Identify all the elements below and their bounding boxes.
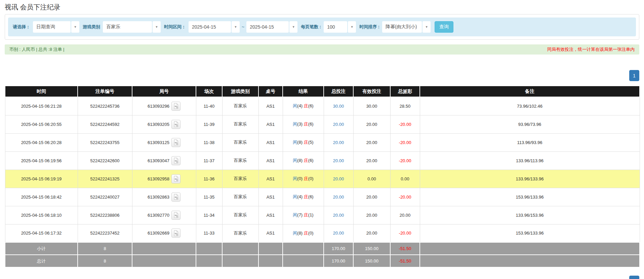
total-bet-link[interactable]: 20.00 — [333, 176, 344, 181]
video-replay-button[interactable] — [171, 193, 180, 202]
select-type-label: 请选择： — [13, 24, 30, 30]
result-player-points: (7) — [297, 212, 303, 217]
cell-time: 2025-04-15 06:19:56 — [5, 151, 78, 170]
col-header-valid-bet: 有效投注 — [353, 86, 390, 97]
cell-bet-id: 522422240027 — [78, 188, 132, 206]
query-type-select[interactable]: 日期查询 ▼ — [33, 21, 79, 33]
video-replay-button[interactable] — [171, 229, 180, 238]
cell-total-bet: 20.00 — [324, 224, 353, 242]
total-bet-link[interactable]: 20.00 — [333, 140, 344, 145]
cell-time: 2025-04-15 06:18:10 — [5, 206, 78, 224]
total-bet-sum: 170.00 — [324, 255, 353, 267]
video-replay-button[interactable] — [171, 102, 180, 111]
chevron-down-icon[interactable]: ▼ — [232, 21, 240, 33]
chevron-down-icon[interactable]: ▼ — [71, 21, 79, 33]
chevron-down-icon[interactable]: ▼ — [153, 21, 161, 33]
cell-table-no: AS1 — [258, 151, 283, 170]
result-banker-points: (1) — [308, 212, 314, 217]
total-bet-link[interactable]: 20.00 — [333, 213, 344, 218]
cell-total-bet: 30.00 — [324, 97, 353, 115]
summary-bar: 币别 : 人民币 | 总共 :8 注单 | 同局有效投注，统一计算在该局第一张注… — [5, 44, 639, 55]
video-file-icon — [173, 139, 179, 145]
cell-table-no: AS1 — [258, 224, 283, 242]
result-player-label: 闲 — [293, 103, 297, 108]
page-1-button[interactable]: 1 — [629, 70, 639, 81]
result-player-label: 闲 — [293, 140, 297, 145]
cell-table-no: AS1 — [258, 133, 283, 151]
page-size-value: 100 — [324, 21, 347, 33]
total-bet-link[interactable]: 20.00 — [333, 195, 344, 200]
time-sort-select[interactable]: 降幂(由大到小) ▼ — [382, 21, 431, 33]
video-replay-button[interactable] — [171, 211, 180, 220]
payout-sum: -51.50 — [390, 255, 420, 267]
date-from-select[interactable]: 2025-04-15 ▼ — [189, 21, 240, 33]
col-header-total-bet: 总投注 — [324, 86, 353, 97]
result-banker-label: 庄 — [304, 158, 308, 163]
cell-game-type: 百家乐 — [222, 115, 258, 133]
result-banker-label: 庄 — [304, 231, 308, 236]
cell-valid-bet: 30.00 — [353, 97, 390, 115]
result-banker-points: (0) — [308, 176, 314, 181]
cell-total-bet: 20.00 — [324, 115, 353, 133]
cell-game-type: 百家乐 — [222, 151, 258, 170]
search-button[interactable]: 查询 — [435, 21, 453, 33]
table-header-row: 时间 注单编号 局号 场次 游戏类别 桌号 结果 总投注 有效投注 总派彩 备注 — [5, 86, 640, 97]
total-bet-link[interactable]: 20.00 — [333, 231, 344, 236]
cell-result: 闲(8) 庄(0) — [283, 224, 324, 242]
table-total-row: 总计 8 170.00 150.00 -51.50 — [5, 255, 640, 267]
chevron-down-icon[interactable]: ▼ — [289, 21, 297, 33]
video-replay-button[interactable] — [171, 138, 180, 147]
cell-table-no: AS1 — [258, 115, 283, 133]
date-to-select[interactable]: 2025-04-15 ▼ — [246, 21, 297, 33]
total-label: 总计 — [5, 255, 78, 267]
cell-payout: 20.00 — [390, 206, 420, 224]
range-tilde: ~ — [242, 24, 244, 30]
result-banker-points: (6) — [308, 158, 314, 163]
result-banker-label: 庄 — [304, 140, 308, 145]
result-banker-label: 庄 — [304, 176, 308, 181]
round-id-text: 613092958 — [148, 176, 169, 181]
cell-valid-bet: 20.00 — [353, 115, 390, 133]
cell-session: 11-39 — [196, 115, 222, 133]
video-replay-button[interactable] — [171, 120, 180, 129]
result-player-points: (8) — [297, 140, 303, 145]
cell-table-no: AS1 — [258, 188, 283, 206]
cell-valid-bet: 20.00 — [353, 206, 390, 224]
result-player-points: (4) — [297, 103, 303, 108]
total-bet-link[interactable]: 20.00 — [333, 158, 344, 163]
col-header-session: 场次 — [196, 86, 222, 97]
table-row: 2025-04-15 06:20:28 522422243755 6130931… — [5, 133, 640, 151]
cell-payout: -20.00 — [390, 188, 420, 206]
time-range-label: 时间区间： — [164, 24, 186, 30]
game-type-select[interactable]: 百家乐 ▼ — [103, 21, 161, 33]
video-replay-button[interactable] — [171, 156, 180, 165]
cell-valid-bet: 0.00 — [353, 170, 390, 188]
page-size-select[interactable]: 100 ▼ — [324, 21, 356, 33]
cell-session: 11-36 — [196, 170, 222, 188]
cell-table-no: AS1 — [258, 170, 283, 188]
page-title: 视讯 会员下注纪录 — [5, 3, 639, 11]
total-bet-link[interactable]: 30.00 — [333, 104, 344, 109]
result-player-points: (0) — [297, 176, 303, 181]
result-player-label: 闲 — [293, 212, 297, 217]
table-row: 2025-04-15 06:19:19 522422241325 6130929… — [5, 170, 640, 188]
total-bet-link[interactable]: 20.00 — [333, 122, 344, 127]
page-size-label: 每页笔数 : — [301, 24, 321, 30]
video-file-icon — [173, 103, 179, 109]
table-total-row: 小计 8 170.00 150.00 -51.50 — [5, 242, 640, 255]
video-replay-button[interactable] — [171, 174, 180, 183]
cell-game-type: 百家乐 — [222, 206, 258, 224]
time-sort-value: 降幂(由大到小) — [382, 21, 422, 33]
total-count: 8 — [78, 255, 132, 267]
chevron-down-icon[interactable]: ▼ — [422, 21, 431, 33]
cell-remark: 73.96/102.46 — [420, 97, 640, 115]
valid-bet-sum: 150.00 — [353, 255, 390, 267]
chevron-down-icon[interactable]: ▼ — [348, 21, 356, 33]
cell-result: 闲(8) 庄(6) — [283, 151, 324, 170]
col-header-round-id: 局号 — [132, 86, 196, 97]
round-id-text: 613092669 — [148, 231, 169, 236]
result-player-points: (3) — [297, 121, 303, 127]
table-row: 2025-04-15 06:20:55 522422244592 6130932… — [5, 115, 640, 133]
page-1-button-bottom[interactable]: 1 — [629, 276, 639, 279]
col-header-result: 结果 — [283, 86, 324, 97]
